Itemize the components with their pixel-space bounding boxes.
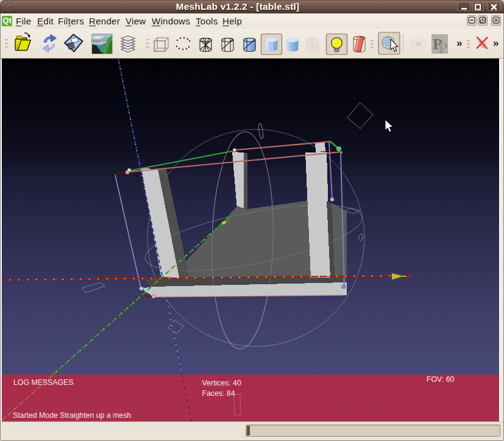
svg-text:Y: Y	[226, 215, 232, 224]
svg-text:»: »	[493, 37, 499, 49]
svg-text:Faces: 84: Faces: 84	[202, 389, 235, 398]
svg-text:P: P	[438, 39, 448, 57]
svg-text:Vertices: 40: Vertices: 40	[202, 379, 241, 387]
svg-text:X: X	[406, 271, 411, 281]
svg-text:»: »	[456, 37, 462, 49]
svg-text:Started Mode Straighten up a m: Started Mode Straighten up a mesh	[13, 411, 131, 420]
svg-text:LOG MESSAGES: LOG MESSAGES	[13, 378, 73, 387]
svg-text:FOV: 60: FOV: 60	[427, 375, 454, 384]
